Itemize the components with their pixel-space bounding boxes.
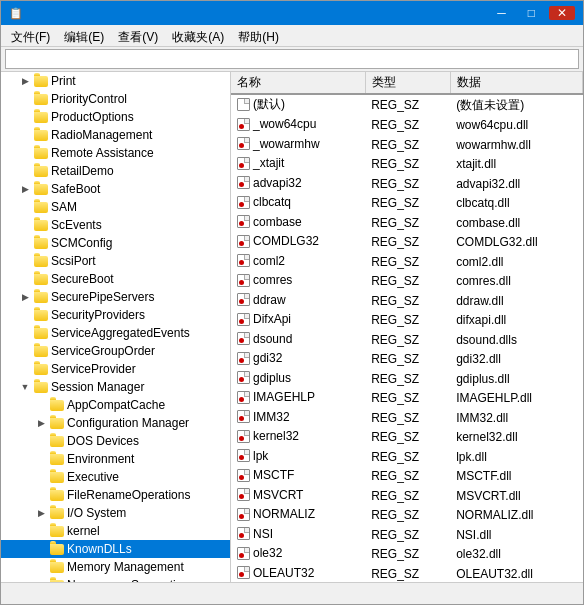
cell-type: REG_SZ bbox=[365, 233, 450, 253]
cell-data: kernel32.dll bbox=[450, 428, 582, 448]
cell-type: REG_SZ bbox=[365, 545, 450, 565]
tree-expand-ScsiPort[interactable] bbox=[17, 253, 33, 269]
menu-item-帮助[interactable]: 帮助(H) bbox=[232, 27, 285, 44]
table-row[interactable]: MSCTFREG_SZMSCTF.dll bbox=[231, 467, 583, 487]
tree-item-SessionManager[interactable]: ▼Session Manager bbox=[1, 378, 230, 396]
cell-type: REG_SZ bbox=[365, 155, 450, 175]
table-row[interactable]: gdi32REG_SZgdi32.dll bbox=[231, 350, 583, 370]
table-row[interactable]: advapi32REG_SZadvapi32.dll bbox=[231, 174, 583, 194]
tree-expand-RemoteAssistance[interactable] bbox=[17, 145, 33, 161]
tree-item-SafeBoot[interactable]: ▶SafeBoot bbox=[1, 180, 230, 198]
tree-expand-SCMConfig[interactable] bbox=[17, 235, 33, 251]
table-row[interactable]: (默认)REG_SZ(数值未设置) bbox=[231, 94, 583, 116]
tree-expand-KnownDLLs[interactable] bbox=[33, 541, 49, 557]
tree-expand-IOSystem[interactable]: ▶ bbox=[33, 505, 49, 521]
cell-data: IMM32.dll bbox=[450, 408, 582, 428]
table-row[interactable]: IMAGEHLPREG_SZIMAGEHLP.dll bbox=[231, 389, 583, 409]
table-row[interactable]: _wowarmhwREG_SZwowarmhw.dll bbox=[231, 135, 583, 155]
tree-expand-kernel[interactable] bbox=[33, 523, 49, 539]
tree-label-DOSDevices: DOS Devices bbox=[65, 434, 139, 448]
tree-item-DOSDevices[interactable]: DOS Devices bbox=[1, 432, 230, 450]
tree-item-kernel[interactable]: kernel bbox=[1, 522, 230, 540]
tree-expand-Print[interactable]: ▶ bbox=[17, 73, 33, 89]
table-row[interactable]: kernel32REG_SZkernel32.dll bbox=[231, 428, 583, 448]
table-row[interactable]: IMM32REG_SZIMM32.dll bbox=[231, 408, 583, 428]
reg-file-icon bbox=[237, 410, 250, 423]
table-row[interactable]: DifxApiREG_SZdifxapi.dll bbox=[231, 311, 583, 331]
menu-item-文件[interactable]: 文件(F) bbox=[5, 27, 56, 44]
tree-expand-RetailDemo[interactable] bbox=[17, 163, 33, 179]
tree-item-SecurePipeServers[interactable]: ▶SecurePipeServers bbox=[1, 288, 230, 306]
tree-expand-DOSDevices[interactable] bbox=[33, 433, 49, 449]
tree-expand-AppCompatCache[interactable] bbox=[33, 397, 49, 413]
table-row[interactable]: clbcatqREG_SZclbcatq.dll bbox=[231, 194, 583, 214]
table-row[interactable]: MSVCRTREG_SZMSVCRT.dll bbox=[231, 486, 583, 506]
tree-item-ScsiPort[interactable]: ScsiPort bbox=[1, 252, 230, 270]
tree-expand-ServiceProvider[interactable] bbox=[17, 361, 33, 377]
tree-expand-SAM[interactable] bbox=[17, 199, 33, 215]
table-row[interactable]: COMDLG32REG_SZCOMDLG32.dll bbox=[231, 233, 583, 253]
table-row[interactable]: gdiplusREG_SZgdiplus.dll bbox=[231, 369, 583, 389]
close-button[interactable]: ✕ bbox=[549, 6, 575, 20]
tree-item-AppCompatCache[interactable]: AppCompatCache bbox=[1, 396, 230, 414]
tree-expand-SessionManager[interactable]: ▼ bbox=[17, 379, 33, 395]
tree-item-PriorityControl[interactable]: PriorityControl bbox=[1, 90, 230, 108]
tree-expand-ServiceAggregatedEvents[interactable] bbox=[17, 325, 33, 341]
menu-item-查看[interactable]: 查看(V) bbox=[112, 27, 164, 44]
tree-expand-ConfigurationManager[interactable]: ▶ bbox=[33, 415, 49, 431]
table-row[interactable]: comresREG_SZcomres.dll bbox=[231, 272, 583, 292]
tree-item-RemoteAssistance[interactable]: Remote Assistance bbox=[1, 144, 230, 162]
table-row[interactable]: OLEAUT32REG_SZOLEAUT32.dll bbox=[231, 564, 583, 582]
tree-expand-SecureBoot[interactable] bbox=[17, 271, 33, 287]
tree-item-SecureBoot[interactable]: SecureBoot bbox=[1, 270, 230, 288]
tree-item-ServiceGroupOrder[interactable]: ServiceGroupOrder bbox=[1, 342, 230, 360]
tree-expand-ServiceGroupOrder[interactable] bbox=[17, 343, 33, 359]
tree-item-Environment[interactable]: Environment bbox=[1, 450, 230, 468]
tree-expand-FileRenameOperations[interactable] bbox=[33, 487, 49, 503]
table-row[interactable]: ole32REG_SZole32.dll bbox=[231, 545, 583, 565]
tree-item-RetailDemo[interactable]: RetailDemo bbox=[1, 162, 230, 180]
tree-expand-RadioManagement[interactable] bbox=[17, 127, 33, 143]
tree-item-Executive[interactable]: Executive bbox=[1, 468, 230, 486]
table-row[interactable]: _wow64cpuREG_SZwow64cpu.dll bbox=[231, 116, 583, 136]
tree-expand-Executive[interactable] bbox=[33, 469, 49, 485]
table-row[interactable]: NORMALIZREG_SZNORMALIZ.dll bbox=[231, 506, 583, 526]
tree-expand-SafeBoot[interactable]: ▶ bbox=[17, 181, 33, 197]
main-content: ▶PrintPriorityControlProductOptionsRadio… bbox=[1, 71, 583, 582]
tree-item-KnownDLLs[interactable]: KnownDLLs bbox=[1, 540, 230, 558]
table-row[interactable]: NSIREG_SZNSI.dll bbox=[231, 525, 583, 545]
tree-item-RadioManagement[interactable]: RadioManagement bbox=[1, 126, 230, 144]
tree-expand-SecurePipeServers[interactable]: ▶ bbox=[17, 289, 33, 305]
maximize-button[interactable]: □ bbox=[520, 6, 543, 20]
tree-item-SAM[interactable]: SAM bbox=[1, 198, 230, 216]
tree-item-ScEvents[interactable]: ScEvents bbox=[1, 216, 230, 234]
tree-expand-ScEvents[interactable] bbox=[17, 217, 33, 233]
tree-item-SecurityProviders[interactable]: SecurityProviders bbox=[1, 306, 230, 324]
menu-item-编辑[interactable]: 编辑(E) bbox=[58, 27, 110, 44]
tree-expand-ProductOptions[interactable] bbox=[17, 109, 33, 125]
cell-name: IMAGEHLP bbox=[231, 389, 365, 409]
tree-expand-PriorityControl[interactable] bbox=[17, 91, 33, 107]
tree-item-ServiceAggregatedEvents[interactable]: ServiceAggregatedEvents bbox=[1, 324, 230, 342]
tree-item-IOSystem[interactable]: ▶I/O System bbox=[1, 504, 230, 522]
tree-item-ServiceProvider[interactable]: ServiceProvider bbox=[1, 360, 230, 378]
tree-item-ConfigurationManager[interactable]: ▶Configuration Manager bbox=[1, 414, 230, 432]
tree-expand-Environment[interactable] bbox=[33, 451, 49, 467]
table-row[interactable]: combaseREG_SZcombase.dll bbox=[231, 213, 583, 233]
tree-expand-SecurityProviders[interactable] bbox=[17, 307, 33, 323]
tree-item-SCMConfig[interactable]: SCMConfig bbox=[1, 234, 230, 252]
tree-item-FileRenameOperations[interactable]: FileRenameOperations bbox=[1, 486, 230, 504]
table-row[interactable]: coml2REG_SZcoml2.dll bbox=[231, 252, 583, 272]
tree-label-SessionManager: Session Manager bbox=[49, 380, 144, 394]
tree-item-Print[interactable]: ▶Print bbox=[1, 72, 230, 90]
tree-item-MemoryManagement[interactable]: Memory Management bbox=[1, 558, 230, 576]
menu-item-收藏夹[interactable]: 收藏夹(A) bbox=[166, 27, 230, 44]
tree-item-ProductOptions[interactable]: ProductOptions bbox=[1, 108, 230, 126]
minimize-button[interactable]: ─ bbox=[489, 6, 514, 20]
table-row[interactable]: ddrawREG_SZddraw.dll bbox=[231, 291, 583, 311]
tree-expand-MemoryManagement[interactable] bbox=[33, 559, 49, 575]
table-row[interactable]: dsoundREG_SZdsound.dlls bbox=[231, 330, 583, 350]
table-row[interactable]: _xtajitREG_SZxtajit.dll bbox=[231, 155, 583, 175]
tree-label-MemoryManagement: Memory Management bbox=[65, 560, 184, 574]
table-row[interactable]: lpkREG_SZlpk.dll bbox=[231, 447, 583, 467]
